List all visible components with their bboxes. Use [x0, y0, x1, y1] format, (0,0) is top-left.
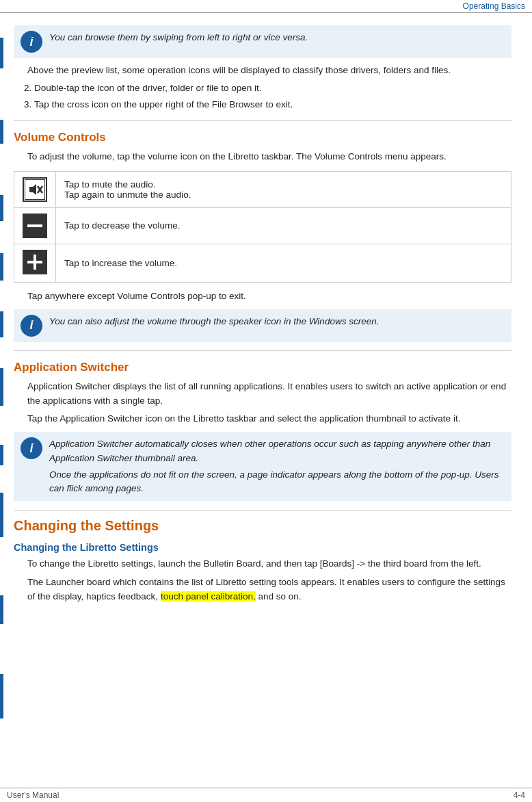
intro-list: Double-tap the icon of the driver, folde…	[34, 81, 511, 112]
info-icon-1: i	[21, 31, 42, 53]
volume-info-text: You can also adjust the volume through t…	[49, 315, 379, 328]
info-icon-2: i	[21, 315, 42, 337]
table-row: Tap to decrease the volume.	[14, 207, 511, 244]
changing-settings-heading: Changing the Settings	[14, 518, 511, 534]
table-row: Tap to increase the volume.	[14, 244, 511, 282]
app-switcher-info-text: Application Switcher automatically close…	[49, 437, 505, 495]
changing-libretto-heading: Changing the Libretto Settings	[14, 542, 511, 553]
header-title: Operating Basics	[463, 1, 525, 11]
app-switcher-body1: Application Switcher displays the list o…	[27, 380, 511, 409]
side-bar-7	[0, 445, 3, 465]
side-bar-5	[0, 311, 3, 337]
tap-note: Tap anywhere except Volume Controls pop-…	[27, 289, 511, 304]
main-content: i You can browse them by swiping from le…	[0, 13, 532, 635]
plus-description: Tap to increase the volume.	[56, 244, 511, 282]
side-bar-9	[0, 595, 3, 624]
footer-left: User's Manual	[7, 790, 59, 800]
intro-info-text: You can browse them by swiping from left…	[49, 31, 308, 44]
page-header: Operating Basics	[0, 0, 532, 13]
changing-body1: To change the Libretto settings, launch …	[27, 557, 511, 571]
side-bar-2	[0, 120, 3, 144]
mute-svg	[25, 179, 45, 200]
side-bar-10	[0, 674, 3, 719]
mute-description: Tap to mute the audio. Tap again to unmu…	[56, 171, 511, 207]
changing-body2: The Launcher board which contains the li…	[27, 575, 511, 604]
minus-icon	[23, 214, 47, 238]
intro-body: Above the preview list, some operation i…	[27, 64, 511, 78]
highlight-touch-panel: touch panel calibration,	[161, 591, 256, 602]
volume-controls-body: To adjust the volume, tap the volume ico…	[27, 150, 511, 164]
mute-icon-cell	[14, 171, 56, 207]
table-row: Tap to mute the audio. Tap again to unmu…	[14, 171, 511, 207]
side-bar-6	[0, 368, 3, 406]
volume-controls-heading: Volume Controls	[14, 131, 511, 144]
intro-info-box: i You can browse them by swiping from le…	[14, 25, 511, 58]
changing-body2-after: and so on.	[256, 591, 302, 602]
minus-icon-cell	[14, 207, 56, 244]
app-switcher-heading: Application Switcher	[14, 361, 511, 374]
page-footer: User's Manual 4-4	[0, 788, 532, 802]
volume-controls-table: Tap to mute the audio. Tap again to unmu…	[14, 171, 511, 283]
side-bar-3	[0, 195, 3, 221]
app-switcher-info-box: i Application Switcher automatically clo…	[14, 432, 511, 501]
minus-description: Tap to decrease the volume.	[56, 207, 511, 244]
info-icon-3: i	[21, 437, 42, 459]
side-bar-1	[0, 38, 3, 68]
plus-icon-cell	[14, 244, 56, 282]
mute-icon	[23, 177, 47, 202]
plus-icon	[23, 250, 47, 274]
side-bar-8	[0, 493, 3, 537]
volume-info-box: i You can also adjust the volume through…	[14, 309, 511, 342]
intro-list-item-2: Tap the cross icon on the upper right of…	[34, 98, 511, 112]
footer-right: 4-4	[514, 790, 525, 800]
intro-list-item-1: Double-tap the icon of the driver, folde…	[34, 81, 511, 96]
app-switcher-body2: Tap the Application Switcher icon on the…	[27, 412, 511, 426]
side-bar-4	[0, 253, 3, 281]
